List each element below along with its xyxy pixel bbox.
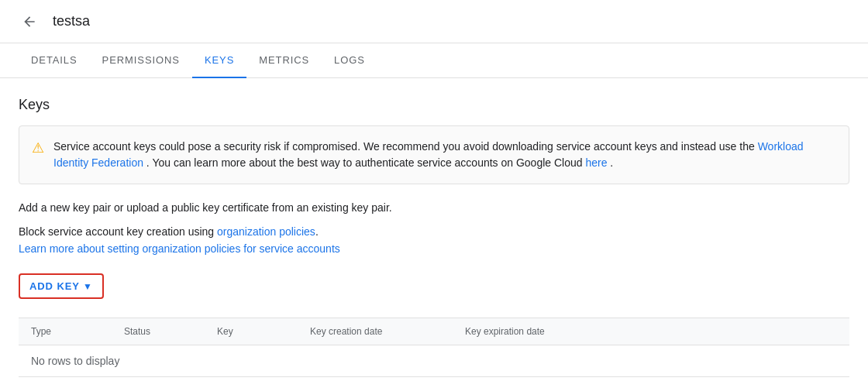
add-key-button[interactable]: ADD KEY ▼ xyxy=(19,273,104,299)
col-status: Status xyxy=(124,326,217,337)
add-key-label: ADD KEY xyxy=(29,280,80,292)
section-title: Keys xyxy=(19,97,849,113)
description-text: Add a new key pair or upload a public ke… xyxy=(19,200,849,216)
warning-text-before: Service account keys could pose a securi… xyxy=(53,140,758,153)
warning-text-end: . xyxy=(607,156,613,169)
warning-text-after: . You can learn more about the best way … xyxy=(143,156,585,169)
tabs-bar: DETAILS PERMISSIONS KEYS METRICS LOGS xyxy=(0,43,868,78)
tab-permissions[interactable]: PERMISSIONS xyxy=(90,43,192,78)
col-type: Type xyxy=(31,326,124,337)
tab-details[interactable]: DETAILS xyxy=(19,43,90,78)
warning-icon: ⚠ xyxy=(32,139,44,156)
tab-logs[interactable]: LOGS xyxy=(322,43,377,78)
back-button[interactable] xyxy=(19,11,40,33)
tab-keys[interactable]: KEYS xyxy=(192,43,246,78)
header: testsa xyxy=(0,0,868,43)
page-title: testsa xyxy=(53,13,90,29)
col-extra xyxy=(620,326,837,337)
col-key: Key xyxy=(217,326,310,337)
table-empty-message: No rows to display xyxy=(19,345,849,377)
policy-text-after: . xyxy=(315,225,319,238)
dropdown-arrow-icon: ▼ xyxy=(83,281,93,292)
table-header: Type Status Key Key creation date Key ex… xyxy=(19,318,849,345)
here-link[interactable]: here xyxy=(585,156,607,169)
policy-text: Block service account key creation using… xyxy=(19,225,849,238)
tab-metrics[interactable]: METRICS xyxy=(246,43,322,78)
warning-text: Service account keys could pose a securi… xyxy=(53,139,836,171)
policy-text-before: Block service account key creation using xyxy=(19,225,217,238)
col-creation-date: Key creation date xyxy=(310,326,465,337)
keys-table: Type Status Key Key creation date Key ex… xyxy=(19,318,849,377)
learn-more-link[interactable]: Learn more about setting organization po… xyxy=(19,242,340,255)
main-content: Keys ⚠ Service account keys could pose a… xyxy=(0,78,868,388)
organization-policies-link[interactable]: organization policies xyxy=(217,225,315,238)
warning-box: ⚠ Service account keys could pose a secu… xyxy=(19,125,849,184)
col-expiration-date: Key expiration date xyxy=(465,326,620,337)
